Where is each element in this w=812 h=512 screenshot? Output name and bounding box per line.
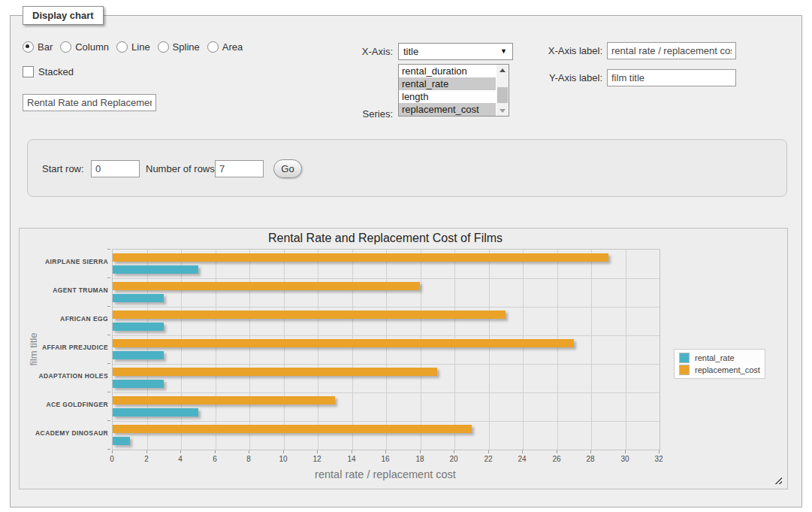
radio-button-icon[interactable] [23,41,34,53]
radio-button-icon[interactable] [207,41,219,53]
x-tick-label: 4 [165,455,195,463]
y-tick-mark [107,277,110,278]
series-option-rental-rate[interactable]: rental_rate [399,77,496,90]
chevron-down-icon: ▼ [500,44,507,59]
bar-rental-rate [113,437,130,445]
x-axis-label-input[interactable] [607,42,736,59]
resize-handle-icon[interactable] [774,476,782,484]
radio-option-area[interactable]: Area [207,41,243,53]
bar-rental-rate [113,265,198,274]
legend-swatch-icon [679,365,690,375]
gridline [113,392,660,393]
x-tick-label: 32 [644,455,674,463]
radio-label: Spline [173,41,200,53]
bar-rental-rate [113,323,164,331]
bar-replacement-cost [113,368,437,376]
checkbox-icon[interactable] [23,66,34,77]
scrollbar[interactable] [497,65,509,116]
y-tick-mark [107,335,110,335]
y-axis-label-input[interactable] [607,69,736,86]
gridline [489,250,490,450]
go-button[interactable]: Go [273,159,302,178]
y-tick-mark [107,363,110,364]
radio-label: Area [222,41,243,53]
x-tick-label: 30 [610,455,640,463]
x-axis-label-text: X-Axis label: [535,45,602,56]
y-category-label: AGENT TRUMAN [35,286,108,294]
stacked-checkbox-row[interactable]: Stacked [23,66,74,77]
gridline [181,250,182,450]
gridline [113,421,660,422]
legend-series-name: rental_rate [695,353,735,362]
gridline [523,250,524,450]
start-row-label: Start row: [42,163,84,174]
bar-replacement-cost [113,339,574,347]
y-category-label: AFRICAN EGG [35,315,108,323]
page: Display chart Bar Column Line Spline Are… [0,0,812,512]
chart-container: Rental Rate and Replacement Cost of Film… [19,228,788,489]
gridline [386,250,387,450]
y-category-label: ACADEMY DINOSAUR [35,429,108,437]
x-tick-label: 24 [507,455,537,463]
x-tick-label: 28 [575,455,605,463]
bar-rental-rate [113,380,164,388]
series-option-length[interactable]: length [399,90,496,103]
x-tick-label: 20 [439,455,469,463]
gridline [216,250,216,450]
x-tick-mark [488,450,489,453]
radio-label: Column [75,41,109,53]
x-tick-mark [215,450,216,453]
gridline [557,250,558,450]
x-tick-label: 12 [302,455,332,463]
x-tick-label: 10 [268,455,298,463]
triangle-up-icon [500,68,506,72]
chart-title-input[interactable] [23,94,156,111]
bar-replacement-cost [113,282,420,290]
bar-rental-rate [113,408,198,417]
x-tick-mark [317,450,318,453]
radio-option-bar[interactable]: Bar [23,41,53,53]
scroll-up-button[interactable] [497,65,509,76]
radio-option-column[interactable]: Column [60,41,109,53]
radio-option-line[interactable]: Line [116,41,150,53]
stacked-label: Stacked [38,66,74,77]
start-row-input[interactable] [91,160,140,177]
number-of-rows-label: Number of rows: [146,163,217,174]
bar-rental-rate [113,294,164,302]
scroll-down-button[interactable] [497,105,509,116]
bar-rental-rate [113,351,164,359]
chart-title: Rental Rate and Replacement Cost of Film… [112,232,659,245]
y-category-label: AIRPLANE SIERRA [35,258,108,265]
y-category-label: ACE GOLDFINGER [35,401,108,408]
x-tick-label: 2 [131,455,161,463]
radio-button-icon[interactable] [60,41,71,53]
number-of-rows-input[interactable] [215,160,264,177]
y-tick-mark [107,420,110,421]
radio-button-icon[interactable] [116,41,128,53]
gridline [626,250,626,450]
x-tick-mark [557,450,557,453]
legend-item: rental_rate [676,352,763,364]
legend-item: replacement_cost [676,364,763,376]
y-tick-mark [107,249,110,250]
y-tick-mark [107,306,110,307]
x-axis-select[interactable]: title ▼ [398,43,513,60]
x-tick-mark [454,450,454,453]
series-option-rental-duration[interactable]: rental_duration [399,65,496,77]
gridline [113,307,660,308]
scrollbar-thumb[interactable] [497,87,508,103]
radio-option-spline[interactable]: Spline [158,41,200,53]
x-tick-mark [180,450,181,453]
series-multiselect[interactable]: rental_duration rental_rate length repla… [398,64,509,117]
bar-replacement-cost [113,425,472,433]
x-tick-label: 16 [370,455,400,463]
gridline [352,250,353,450]
plot-area [112,249,660,450]
radio-button-icon[interactable] [158,41,169,53]
x-axis-title: rental rate / replacement cost [112,468,659,480]
x-tick-label: 18 [405,455,435,463]
gridline [113,278,660,279]
x-tick-mark [522,450,523,453]
x-axis-selected-value: title [403,46,418,57]
series-option-replacement-cost[interactable]: replacement_cost [399,103,496,116]
